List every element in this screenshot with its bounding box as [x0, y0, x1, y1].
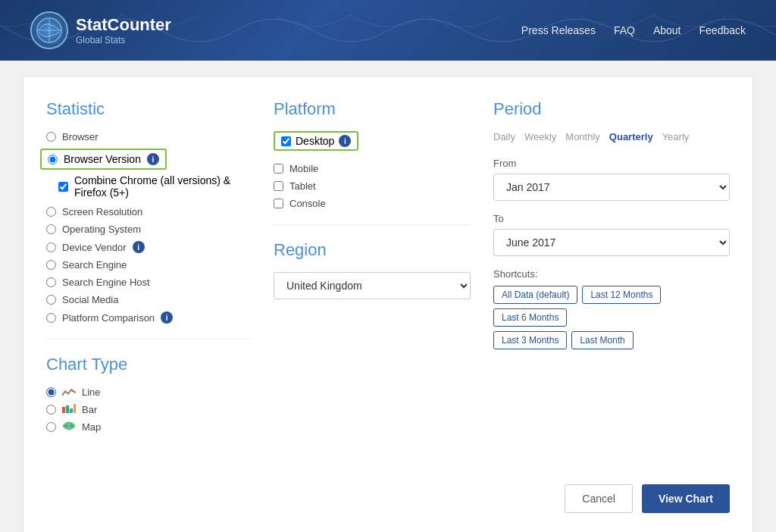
page-wrapper: Statistic Browser Browser Version i [0, 61, 776, 532]
main-card: Statistic Browser Browser Version i [23, 76, 753, 532]
statistic-browser-radio[interactable] [46, 132, 56, 142]
nav-about[interactable]: About [653, 24, 681, 36]
chart-map-icon [62, 421, 76, 433]
svg-rect-6 [74, 404, 76, 413]
combine-label: Combine Chrome (all versions) & Firefox … [74, 174, 248, 199]
statistic-os: Operating System [46, 224, 251, 235]
statistic-social-media: Social Media [46, 294, 251, 305]
statistic-search-engine-host-radio[interactable] [46, 277, 56, 287]
statistic-browser-version-radio[interactable] [48, 155, 58, 164]
browser-version-info-icon[interactable]: i [147, 153, 159, 165]
svg-rect-4 [66, 405, 69, 413]
statistic-social-media-label: Social Media [62, 294, 118, 305]
chart-line-icon [62, 388, 76, 397]
shortcuts-row-1: All Data (default) Last 12 Months Last 6… [493, 286, 730, 327]
header: StatCounter Global Stats Press Releases … [0, 0, 776, 61]
platform-column: Platform Desktop i Mobile Tablet [274, 99, 493, 439]
statistic-browser: Browser [46, 131, 251, 142]
platform-desktop-highlight: Desktop i [274, 131, 358, 151]
period-links: Daily Weekly Monthly Quarterly Yearly [493, 131, 730, 142]
shortcut-last-6-months[interactable]: Last 6 Months [493, 308, 567, 327]
svg-rect-5 [70, 408, 73, 413]
platform-mobile-checkbox[interactable] [274, 164, 283, 174]
region-select[interactable]: United Kingdom Worldwide United States E… [274, 272, 471, 299]
nav-feedback[interactable]: Feedback [699, 24, 746, 36]
logo-icon [30, 11, 68, 49]
platform-tablet-checkbox[interactable] [274, 181, 283, 191]
period-quarterly[interactable]: Quarterly [609, 131, 653, 142]
statistic-screen-res-radio[interactable] [46, 207, 56, 217]
platform-mobile: Mobile [274, 163, 471, 174]
region-title: Region [274, 240, 471, 260]
statistic-search-engine-radio[interactable] [46, 260, 56, 270]
period-title: Period [493, 99, 730, 119]
platform-console-checkbox[interactable] [274, 199, 283, 208]
statistic-platform-comparison-label: Platform Comparison [62, 312, 155, 324]
chart-bar-icon [62, 404, 76, 415]
shortcut-all-data[interactable]: All Data (default) [493, 286, 577, 304]
to-select[interactable]: June 2017 Dec 2016 June 2016 [493, 229, 730, 256]
combine-row: Combine Chrome (all versions) & Firefox … [61, 173, 251, 200]
bottom-actions: Cancel View Chart [46, 469, 730, 513]
logo-area: StatCounter Global Stats [30, 11, 171, 49]
nav-press-releases[interactable]: Press Releases [521, 24, 596, 36]
platform-console-label: Console [289, 198, 326, 209]
statistic-platform-comparison: Platform Comparison i [46, 311, 251, 324]
platform-desktop-label: Desktop [296, 135, 334, 147]
chart-map-radio[interactable] [46, 422, 56, 432]
statistic-social-media-radio[interactable] [46, 295, 56, 305]
chart-line-radio[interactable] [46, 387, 56, 397]
platform-comparison-info-icon[interactable]: i [161, 311, 173, 324]
chart-bar-radio[interactable] [46, 405, 56, 415]
view-chart-button[interactable]: View Chart [642, 484, 730, 513]
statistic-search-engine: Search Engine [46, 259, 251, 271]
combine-checkbox[interactable] [58, 182, 68, 192]
shortcuts-label: Shortcuts: [493, 268, 730, 280]
browser-version-row: Browser Version i [46, 149, 251, 170]
combine-highlight: Combine Chrome (all versions) & Firefox … [55, 173, 251, 200]
period-weekly[interactable]: Weekly [524, 131, 556, 142]
browser-version-highlight: Browser Version i [40, 149, 167, 170]
cancel-button[interactable]: Cancel [565, 484, 633, 513]
platform-console: Console [274, 198, 471, 209]
statistic-device-vendor: Device Vendor i [46, 241, 251, 253]
platform-title: Platform [274, 99, 471, 119]
chart-bar-label: Bar [82, 404, 97, 415]
divider-chart [46, 339, 251, 340]
statistic-screen-res: Screen Resolution [46, 206, 251, 217]
desktop-info-icon[interactable]: i [339, 135, 351, 147]
svg-rect-3 [62, 407, 65, 413]
period-yearly[interactable]: Yearly [662, 131, 690, 142]
period-monthly[interactable]: Monthly [565, 131, 600, 142]
from-select[interactable]: Jan 2017 Jan 2016 Jan 2015 [493, 174, 730, 201]
statistic-platform-comparison-radio[interactable] [46, 313, 56, 323]
chart-type-title: Chart Type [46, 355, 251, 374]
period-daily[interactable]: Daily [493, 131, 515, 142]
shortcut-last-3-months[interactable]: Last 3 Months [493, 331, 567, 349]
statistic-column: Statistic Browser Browser Version i [46, 99, 274, 439]
statistic-device-vendor-radio[interactable] [46, 243, 56, 252]
chart-line-label: Line [82, 386, 101, 398]
platform-mobile-label: Mobile [289, 163, 318, 174]
chart-map: Map [46, 421, 251, 433]
logo-main: StatCounter [76, 15, 171, 35]
divider-region [274, 224, 471, 225]
from-label: From [493, 158, 730, 169]
statistic-browser-label: Browser [62, 131, 99, 142]
shortcuts-row-2: Last 3 Months Last Month [493, 331, 730, 349]
statistic-title: Statistic [46, 99, 251, 119]
platform-tablet-label: Tablet [289, 180, 316, 192]
shortcut-last-month[interactable]: Last Month [571, 331, 633, 349]
platform-desktop-checkbox[interactable] [281, 136, 291, 146]
statistic-device-vendor-label: Device Vendor [62, 242, 127, 253]
chart-bar: Bar [46, 404, 251, 415]
statistic-os-radio[interactable] [46, 224, 56, 234]
statistic-screen-res-label: Screen Resolution [62, 206, 142, 217]
columns-layout: Statistic Browser Browser Version i [46, 99, 730, 439]
nav-faq[interactable]: FAQ [614, 24, 635, 36]
shortcut-last-12-months[interactable]: Last 12 Months [582, 286, 661, 304]
logo-text: StatCounter Global Stats [76, 15, 171, 45]
statistic-search-engine-host-label: Search Engine Host [62, 277, 150, 288]
platform-desktop-wrapper: Desktop i [274, 131, 471, 157]
device-vendor-info-icon[interactable]: i [133, 241, 145, 253]
